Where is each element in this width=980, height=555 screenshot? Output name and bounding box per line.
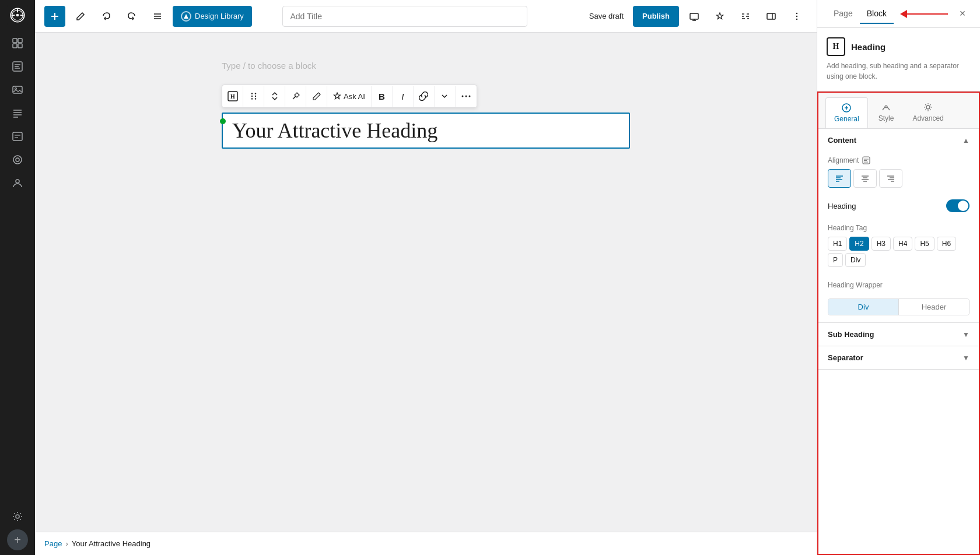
sub-heading-section-header[interactable]: Sub Heading ▼	[818, 323, 979, 346]
tag-h4-button[interactable]: H4	[893, 237, 912, 251]
block-info: H Heading Add heading, sub heading and a…	[817, 28, 980, 92]
more-options-button[interactable]	[786, 6, 807, 27]
add-block-button[interactable]	[44, 6, 65, 27]
sidebar-item-patterns[interactable]	[7, 149, 28, 170]
breadcrumb-current: Your Attractive Heading	[72, 539, 150, 548]
save-draft-button[interactable]: Save draft	[584, 8, 628, 24]
tag-p-button[interactable]: P	[828, 253, 843, 267]
content-section-header[interactable]: Content ▲	[818, 129, 979, 152]
more-tools-button[interactable]	[735, 6, 756, 27]
heading-toggle[interactable]	[946, 199, 970, 212]
publish-button[interactable]: Publish	[633, 6, 679, 27]
sidebar-item-pages[interactable]	[7, 103, 28, 124]
align-right-button[interactable]	[879, 169, 902, 188]
ai-assistant-button[interactable]	[709, 6, 730, 27]
sub-tab-advanced[interactable]: Advanced	[904, 97, 951, 128]
block-type-icon: H	[827, 37, 845, 56]
sub-tab-style[interactable]: Style	[870, 97, 902, 128]
wp-logo[interactable]	[7, 5, 28, 26]
sidebar-add-button[interactable]: +	[7, 529, 28, 550]
svg-point-34	[796, 12, 797, 13]
svg-point-42	[254, 96, 256, 97]
tag-h3-button[interactable]: H3	[872, 237, 891, 251]
svg-point-36	[796, 18, 797, 19]
heading-block[interactable]: Your Attractive Heading	[222, 113, 630, 149]
separator-section-header[interactable]: Separator ▼	[818, 346, 979, 369]
panel-close-button[interactable]: ×	[954, 6, 971, 22]
svg-rect-3	[18, 38, 22, 43]
selected-panel-outline: General Style Advanced Cont	[817, 92, 980, 555]
svg-rect-2	[13, 38, 17, 43]
heading-toggle-row: Heading	[818, 195, 979, 219]
sub-tab-style-label: Style	[878, 114, 894, 122]
tag-h2-button[interactable]: H2	[849, 237, 869, 251]
svg-point-53	[926, 106, 930, 109]
svg-point-35	[796, 15, 797, 16]
alignment-label: Alignment	[828, 156, 970, 164]
heading-tag-setting: Heading Tag H1 H2 H3 H4 H5 H6 P Div	[818, 219, 979, 276]
design-library-button[interactable]: Design Library	[173, 6, 252, 27]
tag-div-button[interactable]: Div	[845, 253, 866, 267]
separator-section-chevron: ▼	[963, 354, 970, 362]
sidebar-item-settings[interactable]	[7, 506, 28, 527]
green-dot-indicator	[220, 118, 226, 124]
svg-rect-16	[13, 132, 22, 140]
settings-panel-button[interactable]	[761, 6, 782, 27]
link-button[interactable]	[414, 86, 435, 107]
tab-page[interactable]: Page	[827, 4, 860, 24]
block-info-header: H Heading	[827, 37, 971, 56]
toolbar-right: Save draft Publish	[584, 6, 807, 27]
sub-tab-general[interactable]: General	[825, 97, 868, 128]
arrow-head	[900, 10, 907, 18]
sidebar-item-media[interactable]	[7, 79, 28, 100]
edit-mode-button[interactable]	[70, 6, 91, 27]
sidebar-item-users[interactable]	[7, 173, 28, 194]
svg-rect-4	[13, 44, 17, 48]
wrapper-div-button[interactable]: Div	[828, 299, 898, 315]
sidebar-item-posts[interactable]	[7, 56, 28, 77]
svg-rect-29	[690, 13, 698, 19]
post-title-input[interactable]	[282, 6, 527, 27]
wrapper-buttons-group: Div Header	[828, 298, 970, 315]
italic-button[interactable]: I	[393, 86, 414, 107]
align-center-button[interactable]	[853, 169, 877, 188]
sidebar-item-forms[interactable]	[7, 126, 28, 147]
ask-ai-button[interactable]: Ask AI	[327, 86, 372, 107]
tag-h1-button[interactable]: H1	[828, 237, 847, 251]
edit-icon-button[interactable]	[306, 86, 327, 107]
undo-button[interactable]	[96, 6, 117, 27]
pin-button[interactable]	[285, 86, 306, 107]
move-up-down-button[interactable]	[264, 86, 285, 107]
more-rich-text-button[interactable]	[435, 86, 456, 107]
bold-button[interactable]: B	[372, 86, 393, 107]
tab-block[interactable]: Block	[860, 4, 894, 24]
heading-content[interactable]: Your Attractive Heading	[232, 118, 620, 143]
block-more-options[interactable]	[456, 86, 477, 107]
svg-point-22	[16, 515, 19, 518]
svg-point-44	[254, 98, 256, 99]
breadcrumb-page-link[interactable]: Page	[44, 539, 62, 548]
svg-point-48	[468, 96, 470, 97]
content-section: Content ▲ Alignment	[818, 129, 979, 323]
heading-block-type-icon[interactable]: H	[222, 86, 243, 107]
heading-wrapper-setting: Heading Wrapper	[818, 276, 979, 298]
tag-h5-button[interactable]: H5	[915, 237, 934, 251]
alignment-buttons	[828, 169, 970, 188]
block-type-description: Add heading, sub heading and a separator…	[827, 61, 971, 82]
redo-button[interactable]	[121, 6, 142, 27]
tag-h6-button[interactable]: H6	[937, 237, 956, 251]
preview-button[interactable]	[684, 6, 705, 27]
breadcrumb-separator: ›	[65, 539, 68, 548]
sidebar-bottom: +	[7, 506, 28, 550]
svg-point-46	[461, 96, 463, 97]
svg-rect-5	[18, 44, 22, 48]
align-left-button[interactable]	[828, 169, 851, 188]
main-content: Design Library Save draft Publish	[35, 0, 817, 555]
left-sidebar: +	[0, 0, 35, 555]
wrapper-header-button[interactable]: Header	[899, 299, 969, 315]
list-view-button[interactable]	[147, 6, 168, 27]
sidebar-item-dashboard[interactable]	[7, 33, 28, 54]
block-placeholder: Type / to choose a block	[222, 61, 630, 71]
svg-rect-32	[767, 13, 775, 19]
drag-handle[interactable]	[243, 86, 264, 107]
